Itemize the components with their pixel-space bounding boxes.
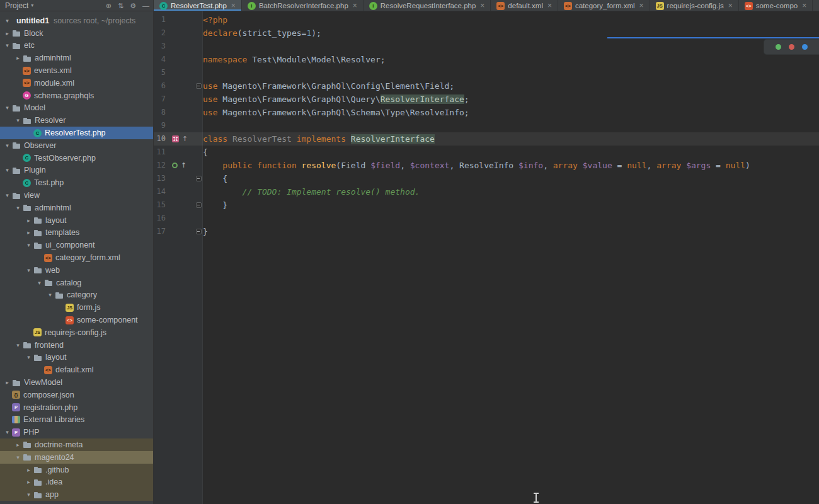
tree-item-untitled1[interactable]: ▾untitled1sources root, ~/projects: [0, 14, 153, 27]
implements-arrow-icon[interactable]: ↑: [182, 135, 188, 142]
close-tab-icon[interactable]: ×: [728, 3, 733, 9]
tree-item-category-form-xml[interactable]: <>category_form.xml: [0, 251, 153, 264]
close-tab-icon[interactable]: ×: [353, 3, 357, 9]
tree-item-ui-component[interactable]: ▾ui_component: [0, 239, 153, 251]
chevron-down-icon[interactable]: ▾: [45, 292, 55, 298]
tab-batchresolverinterface-php[interactable]: IBatchResolverInterface.php×: [242, 0, 364, 11]
fold-marker-icon[interactable]: [196, 176, 202, 181]
chevron-right-icon[interactable]: ▸: [24, 217, 33, 224]
tree-item-schema-graphqls[interactable]: Gschema.graphqls: [0, 89, 153, 102]
chevron-right-icon[interactable]: ▸: [24, 229, 33, 236]
hide-panel-icon[interactable]: —: [142, 0, 149, 11]
tab-requirejs-config-js[interactable]: JSrequirejs-config.js×: [650, 0, 739, 11]
tree-item-layout[interactable]: ▾layout: [0, 352, 153, 364]
tree-item-idea[interactable]: ▸.idea: [0, 476, 153, 488]
chevron-down-icon[interactable]: ▾: [3, 142, 12, 149]
fold-marker-icon[interactable]: [196, 83, 202, 89]
tree-item-test-php[interactable]: CTest.php: [0, 176, 153, 189]
settings-gear-icon[interactable]: ⚙: [130, 0, 136, 11]
locate-file-icon[interactable]: ⊕: [106, 0, 112, 11]
tree-item-plugin[interactable]: ▾Plugin: [0, 164, 153, 177]
code-line-3[interactable]: 3: [154, 40, 819, 53]
collapse-all-icon[interactable]: ⇅: [118, 0, 123, 11]
tree-item-view[interactable]: ▾view: [0, 189, 153, 202]
tree-item-form-js[interactable]: JSform.js: [0, 301, 153, 314]
tree-item-etc[interactable]: ▾etc: [0, 40, 153, 52]
code-line-14[interactable]: 14 // TODO: Implement resolve() method.: [154, 185, 819, 198]
tree-item-doctrine-meta[interactable]: ▸doctrine-meta: [0, 438, 153, 451]
implements-arrow-icon[interactable]: ↑: [181, 162, 186, 169]
chevron-down-icon[interactable]: ▾: [13, 205, 23, 211]
chevron-down-icon[interactable]: ▾: [3, 192, 12, 198]
tab-category-form-xml[interactable]: <>category_form.xml×: [558, 0, 650, 11]
code-editor[interactable]: 1<?php2declare(strict_types=1);34namespa…: [154, 11, 819, 504]
fold-marker-icon[interactable]: [196, 229, 202, 234]
tree-item-model[interactable]: ▾Model: [0, 102, 153, 115]
code-line-12[interactable]: 12↑ public function resolve(Field $field…: [154, 159, 819, 172]
chevron-down-icon[interactable]: ▾: [13, 454, 23, 461]
tree-item-php[interactable]: ▾PPHP: [0, 426, 153, 438]
tree-item-requirejs-config-js[interactable]: JSrequirejs-config.js: [0, 326, 153, 339]
chevron-down-icon[interactable]: ▾: [24, 267, 33, 273]
tree-item-app[interactable]: ▾app: [0, 488, 153, 501]
red-indicator[interactable]: [789, 44, 794, 50]
tab-default-xml[interactable]: <>default.xml×: [491, 0, 558, 11]
code-line-4[interactable]: 4namespace Test\Module\Model\Resolver;: [154, 53, 819, 66]
tree-item-observer[interactable]: ▾Observer: [0, 139, 153, 152]
tab-resolverequestinterface-php[interactable]: IResolveRequestInterface.php×: [364, 0, 491, 11]
chevron-right-icon[interactable]: ▸: [24, 467, 33, 473]
inspections-widget[interactable]: [764, 39, 819, 55]
tree-item-frontend[interactable]: ▾frontend: [0, 339, 153, 352]
chevron-down-icon[interactable]: ▾: [24, 242, 33, 248]
code-line-11[interactable]: 11{: [154, 146, 819, 159]
method-marker-icon[interactable]: [172, 163, 178, 168]
tree-item-testobserver-php[interactable]: CTestObserver.php: [0, 152, 153, 164]
tree-item-adminhtml[interactable]: ▸adminhtml: [0, 52, 153, 64]
tab-some-compo[interactable]: <>some-compo×: [739, 0, 813, 11]
chevron-right-icon[interactable]: ▸: [3, 379, 12, 386]
code-line-13[interactable]: 13 {: [154, 172, 819, 185]
tree-item-templates[interactable]: ▸templates: [0, 227, 153, 239]
chevron-down-icon[interactable]: ▾: [13, 342, 23, 348]
tree-item-registration-php[interactable]: Pregistration.php: [0, 401, 153, 414]
chevron-down-icon[interactable]: ▾: [13, 117, 23, 123]
tree-item-some-component[interactable]: <>some-component: [0, 314, 153, 326]
code-line-15[interactable]: 15 }: [154, 198, 819, 212]
code-line-10[interactable]: 10↑class ResolverTest implements Resolve…: [154, 132, 819, 146]
close-tab-icon[interactable]: ×: [231, 3, 236, 9]
chevron-down-icon[interactable]: ▾: [24, 354, 33, 360]
tree-item-composer-json[interactable]: {}composer.json: [0, 389, 153, 401]
chevron-right-icon[interactable]: ▸: [13, 55, 23, 61]
blue-indicator[interactable]: [802, 44, 808, 50]
tree-item-default-xml[interactable]: <>default.xml: [0, 364, 153, 376]
close-tab-icon[interactable]: ×: [802, 3, 806, 9]
tree-item-module-xml[interactable]: <>module.xml: [0, 77, 153, 89]
chevron-right-icon[interactable]: ▸: [24, 479, 33, 485]
tree-item-block[interactable]: ▸Block: [0, 27, 153, 40]
tree-item-github[interactable]: ▸.github: [0, 464, 153, 476]
chevron-down-icon[interactable]: ▾: [3, 42, 12, 49]
close-tab-icon[interactable]: ×: [547, 3, 552, 9]
code-line-1[interactable]: 1<?php: [154, 13, 819, 26]
chevron-down-icon[interactable]: ▾: [35, 280, 44, 286]
tree-item-external-libraries[interactable]: External Libraries: [0, 414, 153, 427]
close-tab-icon[interactable]: ×: [639, 3, 644, 9]
fold-marker-icon[interactable]: [196, 202, 202, 208]
tree-item-category[interactable]: ▾category: [0, 289, 153, 302]
tree-item-events-xml[interactable]: <>events.xml: [0, 64, 153, 77]
code-line-5[interactable]: 5: [154, 66, 819, 79]
chevron-down-icon[interactable]: ▾: [3, 167, 12, 173]
tree-item-web[interactable]: ▾web: [0, 264, 153, 277]
tree-item-resolvertest-php[interactable]: CResolverTest.php: [0, 127, 153, 139]
close-tab-icon[interactable]: ×: [480, 3, 484, 9]
code-line-7[interactable]: 7use Magento\Framework\GraphQl\Query\Res…: [154, 93, 819, 106]
plugin-marker-icon[interactable]: [172, 135, 179, 142]
chevron-right-icon[interactable]: ▸: [13, 442, 23, 448]
tree-item-adminhtml[interactable]: ▾adminhtml: [0, 202, 153, 214]
chevron-down-icon[interactable]: ▾: [3, 429, 12, 435]
code-line-9[interactable]: 9: [154, 119, 819, 132]
chevron-down-icon[interactable]: ▾: [24, 491, 33, 498]
tree-item-magento24[interactable]: ▾magento24: [0, 451, 153, 464]
chevron-down-icon[interactable]: ▾: [3, 105, 12, 111]
chevron-right-icon[interactable]: ▸: [3, 30, 12, 37]
